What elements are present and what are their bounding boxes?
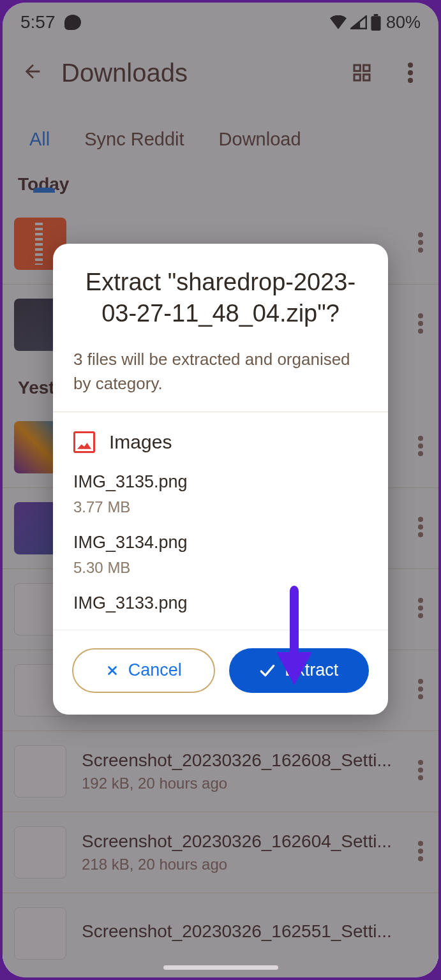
extract-button[interactable]: Extract xyxy=(229,648,370,693)
cancel-label: Cancel xyxy=(128,660,182,680)
file-item: IMG_3133.png xyxy=(53,581,388,630)
cancel-button[interactable]: Cancel xyxy=(72,648,215,693)
extract-dialog: Extract "sharedrop-2023-03-27-11_48_04.z… xyxy=(53,244,388,715)
category-label: Images xyxy=(109,431,172,453)
category-header: Images xyxy=(53,412,388,459)
file-name: IMG_3135.png xyxy=(73,472,368,492)
file-name: IMG_3133.png xyxy=(73,593,368,613)
file-size: 3.77 MB xyxy=(73,498,368,516)
dialog-actions: Cancel Extract xyxy=(53,630,388,715)
image-icon xyxy=(73,431,95,453)
file-name: IMG_3134.png xyxy=(73,533,368,553)
dialog-subtitle: 3 files will be extracted and organised … xyxy=(73,348,368,396)
check-icon xyxy=(259,664,276,678)
screen: 5:57 80% Downloads All Sync Reddit Downl… xyxy=(3,3,438,977)
file-item: IMG_3134.png 5.30 MB xyxy=(53,520,388,581)
file-item: IMG_3135.png 3.77 MB xyxy=(53,459,388,520)
extract-label: Extract xyxy=(285,660,338,680)
nav-handle[interactable] xyxy=(163,965,278,970)
dialog-title: Extract "sharedrop-2023-03-27-11_48_04.z… xyxy=(73,267,368,329)
close-icon xyxy=(105,664,119,678)
file-size: 5.30 MB xyxy=(73,559,368,577)
